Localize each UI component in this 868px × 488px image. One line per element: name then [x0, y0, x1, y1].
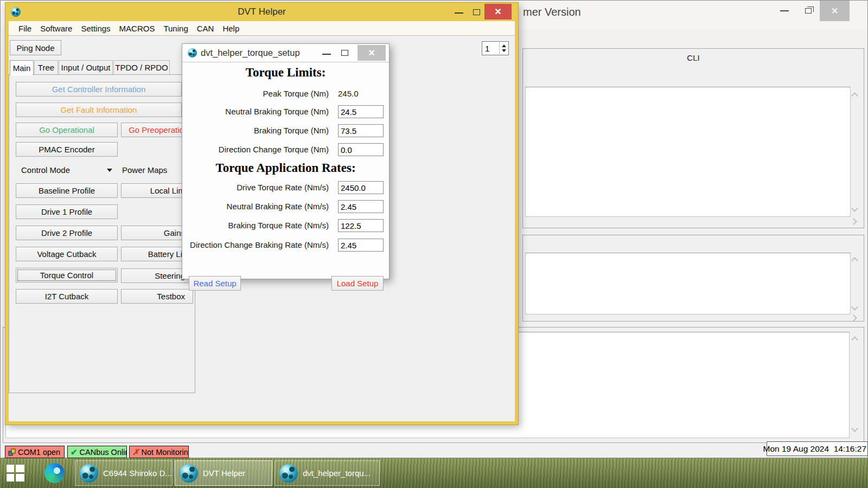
go-operational-button[interactable]: Go Operational [16, 123, 118, 137]
status-datetime: Mon 19 Aug 2024 14:16:27 [767, 441, 868, 456]
app-globe-icon [279, 464, 298, 483]
scroll-up-icon[interactable] [851, 92, 858, 99]
tab-input-output[interactable]: Input / Output [59, 60, 113, 75]
load-setup-button[interactable]: Load Setup [331, 276, 384, 291]
braking-torque-rate-label: Braking Torque Rate (Nm/s) [187, 221, 329, 230]
baseline-profile-button[interactable]: Baseline Profile [16, 183, 118, 198]
torque-row: Neutral Braking Torque (Nm) [182, 105, 389, 119]
menu-file[interactable]: File [14, 22, 36, 35]
neutral-braking-rate-input[interactable] [338, 200, 384, 213]
middle-group [522, 235, 864, 322]
dialog-title: dvt_helper_torque_setup [201, 48, 300, 58]
restore-icon[interactable] [805, 8, 812, 14]
maximize-icon[interactable] [473, 9, 480, 15]
chevron-down-icon [107, 169, 112, 172]
app-globe-icon [188, 48, 197, 57]
dialog-titlebar[interactable]: dvt_helper_torque_setup ✕ [182, 44, 389, 62]
desktop: mer Version ✕ CLI [0, 0, 868, 488]
tab-tree[interactable]: Tree [34, 60, 58, 75]
menubar: File Software Settings MACROS Tuning CAN… [9, 21, 515, 36]
menu-software[interactable]: Software [36, 22, 76, 35]
taskbar-item-dvt-helper[interactable]: DVT Helper [175, 460, 272, 486]
menu-macros[interactable]: MACROS [115, 22, 159, 35]
direction-change-braking-rate-label: Direction Change Braking Rate (Nm/s) [187, 240, 329, 249]
scroll-up-icon[interactable] [851, 336, 858, 343]
torque-row: Peak Torque (Nm) 245.0 [182, 87, 389, 101]
tab-tpdo-rpdo[interactable]: TPDO / RPDO [113, 60, 170, 75]
scroll-right-icon[interactable] [850, 218, 857, 225]
torque-row: Direction Change Torque (Nm) [182, 143, 389, 157]
node-id-spinner[interactable] [482, 41, 509, 55]
middle-output-area[interactable] [525, 253, 851, 314]
drive-torque-rate-input[interactable] [338, 181, 384, 194]
close-icon[interactable]: ✕ [484, 4, 512, 20]
minimize-icon[interactable] [455, 12, 463, 14]
dvt-titlebar[interactable]: DVT Helper ✕ [5, 3, 518, 21]
power-maps-label: Power Maps [122, 163, 167, 177]
torque-limits-heading: Torque Limits: [182, 66, 389, 80]
neutral-braking-rate-label: Neutral Braking Rate (Nm/s) [187, 202, 329, 211]
spin-down-icon[interactable] [502, 49, 506, 52]
neutral-braking-torque-label: Neutral Braking Torque (Nm) [187, 107, 329, 116]
menu-tuning[interactable]: Tuning [159, 22, 192, 35]
taskbar-item-torque-setup[interactable]: dvt_helper_torqu... [275, 460, 380, 486]
dvt-window-title: DVT Helper [5, 7, 518, 17]
scroll-down-icon[interactable] [851, 425, 858, 432]
close-icon[interactable]: ✕ [820, 1, 850, 21]
check-icon: ✔ [71, 447, 78, 457]
start-button[interactable] [7, 465, 33, 482]
maximize-icon[interactable] [341, 50, 348, 56]
windows-logo-icon [7, 465, 14, 472]
direction-change-torque-input[interactable] [338, 143, 384, 156]
minimize-icon[interactable] [322, 54, 331, 55]
taskbar-item-c6944[interactable]: C6944 Shiroko D... [75, 460, 173, 486]
torque-row: Direction Change Braking Rate (Nm/s) [182, 239, 389, 253]
scroll-up-icon[interactable] [851, 257, 858, 264]
spin-up-icon[interactable] [502, 44, 506, 47]
ping-node-button[interactable]: Ping Node [10, 40, 61, 55]
i2t-cutback-button[interactable]: I2T Cutback [16, 289, 118, 304]
get-fault-info-button[interactable]: Get Fault Information [16, 102, 182, 117]
braking-torque-label: Braking Torque (Nm) [187, 126, 329, 135]
close-icon[interactable]: ✕ [358, 45, 386, 61]
torque-setup-dialog: dvt_helper_torque_setup ✕ Torque Limits:… [182, 43, 390, 279]
node-id-input[interactable] [483, 42, 499, 54]
drive-1-profile-button[interactable]: Drive 1 Profile [16, 204, 118, 219]
status-com-port: COM1 open [5, 446, 65, 458]
edge-browser-icon[interactable] [44, 463, 65, 483]
neutral-braking-torque-input[interactable] [338, 105, 384, 118]
status-canbus-label: CANbus Online [80, 448, 127, 457]
read-setup-button[interactable]: Read Setup [189, 276, 241, 291]
menu-help[interactable]: Help [218, 22, 244, 35]
tab-main[interactable]: Main [10, 60, 34, 75]
cli-output-area[interactable] [525, 87, 851, 217]
peak-torque-value: 245.0 [338, 89, 359, 98]
scroll-down-icon[interactable] [851, 304, 858, 311]
get-controller-info-button[interactable]: Get Controller Information [16, 82, 182, 97]
braking-torque-rate-input[interactable] [338, 219, 384, 232]
direction-change-braking-rate-input[interactable] [338, 239, 384, 252]
main-tab-panel: Get Controller Information Get Fault Inf… [9, 74, 195, 393]
cross-icon: ✗ [132, 447, 139, 457]
pmac-encoder-button[interactable]: PMAC Encoder [16, 142, 118, 157]
serial-port-icon [8, 448, 16, 456]
scroll-right-icon[interactable] [850, 314, 857, 322]
spinner-arrows[interactable] [499, 42, 508, 54]
taskbar: C6944 Shiroko D... DVT Helper dvt_helper… [0, 458, 868, 488]
minimize-icon[interactable] [780, 10, 789, 11]
torque-rates-heading: Torque Application Rates: [182, 161, 389, 175]
scroll-down-icon[interactable] [851, 205, 858, 212]
drive-2-profile-button[interactable]: Drive 2 Profile [16, 226, 118, 240]
torque-control-button[interactable]: Torque Control [16, 268, 118, 282]
cli-label: CLI [523, 53, 864, 62]
torque-row: Braking Torque (Nm) [182, 124, 389, 138]
taskbar-item-label: dvt_helper_torqu... [303, 468, 371, 478]
control-mode-dropdown[interactable]: Control Mode [16, 163, 118, 177]
braking-torque-input[interactable] [338, 124, 384, 137]
taskbar-item-label: C6944 Shiroko D... [103, 468, 172, 478]
menu-can[interactable]: CAN [193, 22, 219, 35]
testbox-button[interactable]: Testbox [121, 289, 193, 304]
voltage-cutback-button[interactable]: Voltage Cutback [16, 247, 118, 261]
menu-settings[interactable]: Settings [76, 22, 114, 35]
direction-change-torque-label: Direction Change Torque (Nm) [187, 145, 329, 154]
